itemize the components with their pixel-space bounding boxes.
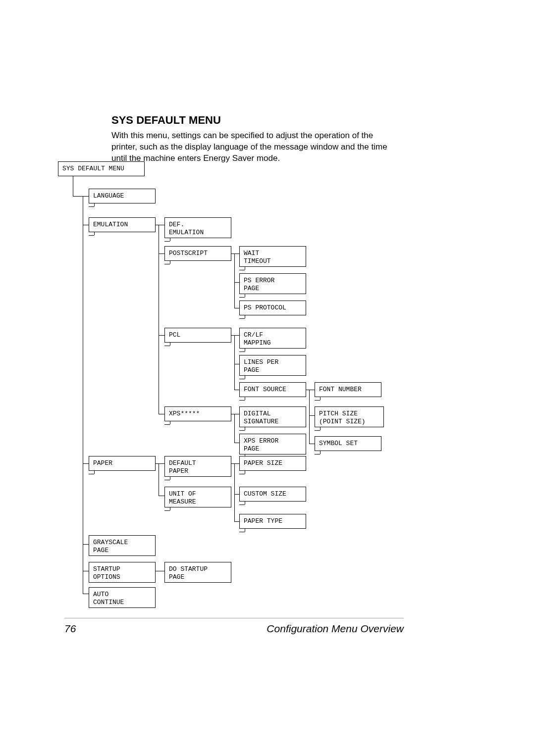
node-postscript: POSTSCRIPT (164, 246, 231, 261)
node-pitch-size: PITCH SIZE (POINT SIZE) (315, 406, 384, 427)
node-do-startup-page: DO STARTUP PAGE (164, 562, 231, 583)
node-default-paper: DEFAULT PAPER (164, 456, 231, 477)
node-startup-options: STARTUP OPTIONS (89, 562, 156, 583)
node-unit-of-measure: UNIT OF MEASURE (164, 487, 231, 507)
node-paper-size: PAPER SIZE (239, 456, 306, 471)
node-wait-timeout: WAIT TIMEOUT (239, 246, 306, 267)
node-font-source: FONT SOURCE (239, 382, 306, 397)
footer-rule (64, 618, 404, 618)
node-language: LANGUAGE (89, 189, 156, 203)
node-digital-signature: DIGITAL SIGNATURE (239, 406, 306, 427)
node-grayscale: GRAYSCALE PAGE (89, 535, 156, 556)
section-heading: SYS DEFAULT MENU (111, 114, 221, 127)
page: SYS DEFAULT MENU With this menu, setting… (0, 0, 535, 756)
node-ps-protocol: PS PROTOCOL (239, 301, 306, 315)
node-xps: XPS***** (164, 406, 231, 421)
node-crlf-mapping: CR/LF MAPPING (239, 328, 306, 349)
node-auto-continue: AUTO CONTINUE (89, 587, 156, 608)
menu-tree-diagram: SYS DEFAULT MENU LANGUAGE EMULATION PAPE… (58, 161, 415, 609)
node-paper: PAPER (89, 456, 156, 471)
page-number: 76 (64, 623, 76, 635)
node-paper-type: PAPER TYPE (239, 514, 306, 529)
node-font-number: FONT NUMBER (315, 382, 381, 397)
node-xps-error-page: XPS ERROR PAGE (239, 434, 306, 454)
node-def-emulation: DEF. EMULATION (164, 217, 231, 238)
footer-title: Configuration Menu Overview (267, 623, 404, 635)
node-symbol-set: SYMBOL SET (315, 436, 381, 451)
intro-paragraph: With this menu, settings can be specifie… (111, 130, 394, 164)
node-root: SYS DEFAULT MENU (58, 161, 145, 176)
node-pcl: PCL (164, 328, 231, 343)
node-ps-error-page: PS ERROR PAGE (239, 273, 306, 294)
node-lines-per-page: LINES PER PAGE (239, 355, 306, 376)
node-custom-size: CUSTOM SIZE (239, 487, 306, 502)
node-emulation: EMULATION (89, 217, 156, 232)
